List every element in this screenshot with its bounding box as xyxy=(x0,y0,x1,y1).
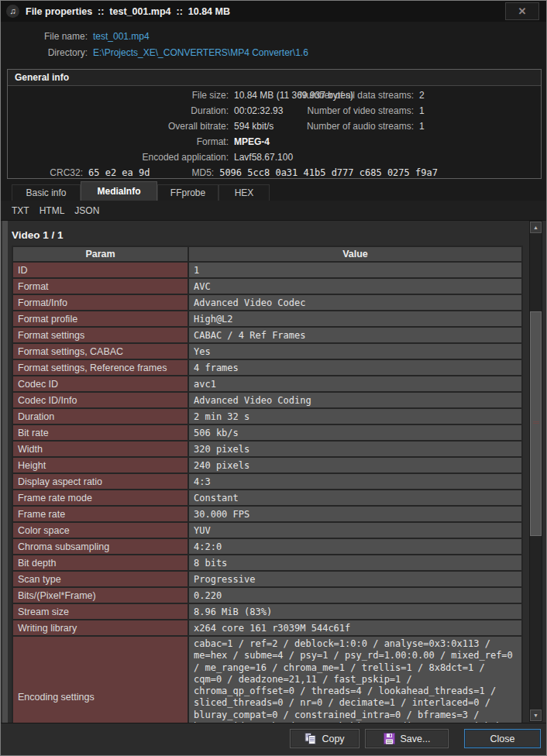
file-name-link[interactable]: test_001.mp4 xyxy=(93,31,150,42)
general-info-row: Encoded application:Lavf58.67.100 xyxy=(8,149,438,165)
format-tab-txt[interactable]: TXT xyxy=(12,205,29,216)
tab-ffprobe[interactable]: FFprobe xyxy=(157,184,218,201)
chevron-down-icon: ▼ xyxy=(533,713,538,718)
value-cell: 30.000 FPS xyxy=(189,507,521,521)
close-button-label: Close xyxy=(490,734,515,744)
save-button[interactable]: Save... xyxy=(365,729,449,748)
value-cell: Progressive xyxy=(189,572,521,586)
format-tab-html[interactable]: HTML xyxy=(40,205,65,216)
general-info-value: 1 xyxy=(419,105,425,116)
video-section-heading: Video 1 / 1 xyxy=(12,229,64,241)
scrollbar-grip-icon xyxy=(533,421,539,424)
scroll-down-button[interactable]: ▼ xyxy=(530,710,542,721)
music-note-icon: ♫ xyxy=(6,5,19,18)
checksum-row: CRC32:65 e2 ea 9dMD5:5096 5cc8 0a31 41b5… xyxy=(8,165,438,180)
value-cell: 1 xyxy=(189,263,521,277)
value-cell: Advanced Video Codec xyxy=(189,295,521,310)
copy-button-label: Copy xyxy=(322,734,344,744)
title-bar: ♫ File properties :: test_001.mp4 :: 10.… xyxy=(1,1,546,22)
general-info-label: Format: xyxy=(8,136,229,147)
chevron-up-icon: ▲ xyxy=(533,225,538,230)
mediainfo-panel: Video 1 / 1 Param Value ID1FormatAVCForm… xyxy=(1,221,546,723)
vertical-scrollbar[interactable]: ▲ ▼ xyxy=(529,221,542,722)
table-row: Stream size8.96 MiB (83%) xyxy=(13,604,521,619)
table-row: Bits/(Pixel*Frame)0.220 xyxy=(13,588,521,603)
scroll-up-button[interactable]: ▲ xyxy=(530,222,542,233)
format-tab-json[interactable]: JSON xyxy=(74,205,99,216)
value-cell: 506 kb/s xyxy=(189,425,521,440)
general-info-value: Lavf58.67.100 xyxy=(234,152,293,163)
value-cell: 8 bits xyxy=(189,555,521,570)
param-cell: Height xyxy=(13,458,187,472)
value-cell: 8.96 MiB (83%) xyxy=(189,604,521,619)
window-close-button[interactable]: ✕ xyxy=(505,2,539,20)
param-cell: Display aspect ratio xyxy=(13,474,187,489)
tab-basic-info[interactable]: Basic info xyxy=(12,184,81,201)
general-info-label: Number of audio streams: xyxy=(271,121,414,132)
value-cell: x264 core 161 r3039M 544c61f xyxy=(189,620,521,635)
footer-bar: Copy Save... Close xyxy=(1,723,546,755)
table-row: Format settings, CABACYes xyxy=(13,344,521,359)
table-row: Duration2 min 32 s xyxy=(13,409,521,424)
table-row: Frame rate30.000 FPS xyxy=(13,507,521,521)
param-cell: Format/Info xyxy=(13,295,187,310)
close-button[interactable]: Close xyxy=(464,729,541,748)
param-cell: Writing library xyxy=(13,620,187,635)
md5-label: MD5: xyxy=(191,167,214,178)
value-cell: Constant xyxy=(189,490,521,505)
param-cell: Bit rate xyxy=(13,425,187,440)
value-cell: High@L2 xyxy=(189,311,521,326)
tab-bar: Basic infoMediaInfoFFprobeHEX xyxy=(1,181,546,201)
close-icon: ✕ xyxy=(518,5,527,17)
save-icon xyxy=(384,733,395,744)
general-info-label: Encoded application: xyxy=(8,152,229,163)
table-row: FormatAVC xyxy=(13,279,521,294)
general-info-label: Duration: xyxy=(8,105,229,116)
param-cell: Width xyxy=(13,442,187,456)
table-row: Width320 pixels xyxy=(13,442,521,456)
table-row: Codec ID/InfoAdvanced Video Coding xyxy=(13,393,521,407)
param-column-header: Param xyxy=(13,247,187,261)
general-info-label: Number of video streams: xyxy=(271,105,414,116)
general-info-row: Number of audio streams:1 xyxy=(271,119,425,134)
param-cell: Encoding settings xyxy=(13,637,187,723)
tab-mediainfo[interactable]: MediaInfo xyxy=(81,181,157,201)
table-row: Format/InfoAdvanced Video Codec xyxy=(13,295,521,310)
table-row: Format profileHigh@L2 xyxy=(13,311,521,326)
table-row: Height240 pixels xyxy=(13,458,521,472)
value-cell: CABAC / 4 Ref Frames xyxy=(189,328,521,342)
directory-row: Directory: E:\Projects_XE\_CONVERTERS\MP… xyxy=(1,44,308,60)
general-info-right-column: Number of all data streams:2Number of vi… xyxy=(271,88,425,134)
directory-link[interactable]: E:\Projects_XE\_CONVERTERS\MP4 Converter… xyxy=(93,47,308,58)
general-info-row: Number of video streams:1 xyxy=(271,103,425,119)
value-cell: Advanced Video Coding xyxy=(189,393,521,407)
panel-left-strip xyxy=(2,221,8,723)
crc32-label: CRC32: xyxy=(8,167,83,178)
file-name-row: File name: test_001.mp4 xyxy=(1,28,308,44)
value-cell: 240 pixels xyxy=(189,458,521,472)
table-row: Codec IDavc1 xyxy=(13,376,521,391)
value-column-header: Value xyxy=(189,247,521,261)
scrollbar-thumb[interactable] xyxy=(530,311,542,536)
mediainfo-table: Param Value ID1FormatAVCFormat/InfoAdvan… xyxy=(12,246,523,723)
param-cell: Chroma subsampling xyxy=(13,539,187,554)
general-info-value: 2 xyxy=(419,90,425,101)
value-cell: 4:2:0 xyxy=(189,539,521,554)
param-cell: Format settings, Reference frames xyxy=(13,360,187,375)
file-name-label: File name: xyxy=(1,31,88,42)
table-row: ID1 xyxy=(13,263,521,277)
tab-hex[interactable]: HEX xyxy=(218,184,270,201)
param-cell: Format profile xyxy=(13,311,187,326)
table-row: Color spaceYUV xyxy=(13,523,521,538)
param-cell: Stream size xyxy=(13,604,187,619)
general-info-value: MPEG-4 xyxy=(234,136,270,147)
param-cell: Duration xyxy=(13,409,187,424)
file-info-block: File name: test_001.mp4 Directory: E:\Pr… xyxy=(1,28,308,60)
format-bar: TXTHTMLJSON xyxy=(1,201,546,221)
copy-button[interactable]: Copy xyxy=(290,729,360,748)
param-cell: Format settings xyxy=(13,328,187,342)
param-cell: Codec ID/Info xyxy=(13,393,187,407)
value-cell: 2 min 32 s xyxy=(189,409,521,424)
table-header-row: Param Value xyxy=(13,247,521,261)
param-cell: Color space xyxy=(13,523,187,538)
